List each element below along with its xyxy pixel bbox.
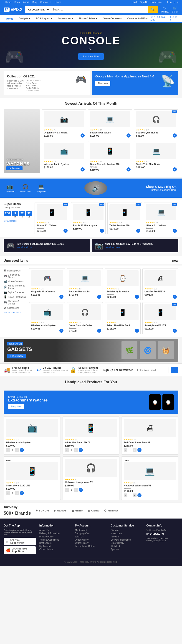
add-to-cart-btn[interactable]: 🛒	[20, 448, 24, 452]
see-all-products-link[interactable]: See All Products	[105, 246, 153, 248]
department-select[interactable]: All Department	[25, 6, 50, 13]
see-all-categories-link[interactable]: See All Products →	[4, 312, 26, 314]
add-to-cart-btn[interactable]: +	[173, 229, 177, 233]
add-to-cart-btn[interactable]: +	[136, 229, 140, 233]
add-to-cart-btn[interactable]: 🛒	[79, 488, 83, 492]
footer-link-wishlist[interactable]: Wish List	[75, 536, 107, 538]
qty-increase-btn[interactable]: +	[15, 448, 19, 452]
footer-link-account[interactable]: My Account	[39, 545, 71, 548]
sidebar-cat-digital[interactable]: 📷 Digital Cameras	[4, 290, 26, 295]
footer-link-delivery[interactable]: Delivery Information	[39, 532, 71, 535]
sidebar-cat-theater[interactable]: 🔊 Home Theater & Audio	[4, 284, 26, 290]
add-to-cart-btn[interactable]: +	[81, 168, 85, 172]
nav-item-pc[interactable]: PC & Laptop ▾	[33, 15, 55, 22]
qty-decrease-btn[interactable]: -	[65, 488, 69, 492]
currency-select[interactable]: $ USD ▾	[170, 16, 178, 22]
qty-increase-btn[interactable]: +	[15, 491, 19, 495]
add-to-cart-btn[interactable]: 🛒	[20, 491, 24, 495]
qty-increase-btn[interactable]: +	[133, 494, 137, 497]
newsletter-input[interactable]	[135, 367, 169, 373]
sidebar-cat-video[interactable]: 📹 Video Cameras	[4, 279, 26, 284]
hero-cta-button[interactable]: Purchase Now	[78, 53, 104, 60]
qty-decrease-btn[interactable]: -	[6, 448, 10, 452]
add-to-cart-btn[interactable]: +	[97, 295, 101, 299]
watch-explore-btn[interactable]: Explore Now	[6, 166, 22, 170]
add-to-cart-btn[interactable]: +	[173, 134, 177, 138]
nav-pages[interactable]: Pages	[55, 1, 61, 4]
footer-link-service-account2[interactable]: Account	[111, 536, 143, 538]
nav-home[interactable]: Home	[5, 1, 11, 4]
footer-link-service-delivery[interactable]: Delivery Information	[111, 538, 143, 541]
footer-link-service-order[interactable]: Order History	[111, 542, 143, 544]
add-to-cart-btn[interactable]: +	[135, 295, 139, 299]
cat-icon-headphone[interactable]: 🎧 Headphone	[20, 184, 31, 193]
footer-link-orders[interactable]: Order History	[75, 538, 107, 541]
app-store-btn[interactable]: 🍎 Download on the App Store	[4, 546, 36, 554]
sidebar-cat-consoles2[interactable]: 🎮 Consoles & Games	[4, 299, 26, 306]
qty-decrease-btn[interactable]: -	[6, 491, 10, 495]
add-to-cart-btn[interactable]: 🛒	[137, 448, 142, 452]
cat-icon-computers[interactable]: 💻 Computers	[36, 184, 46, 193]
promo-google-btn[interactable]: Shop Now	[95, 81, 110, 86]
qty-decrease-btn[interactable]: -	[65, 448, 69, 452]
cart-btn[interactable]: 🛒 0 Cart	[172, 6, 178, 13]
login-link[interactable]: Log In / Sign Up	[132, 1, 148, 4]
footer-link-sitemap[interactable]: Sitemap	[111, 529, 143, 532]
footer-link-specials[interactable]: Specials	[111, 548, 143, 551]
sidebar-cat-smart[interactable]: 📱 Smart Electronics	[4, 295, 26, 299]
footer-link-international[interactable]: International Orders	[75, 545, 107, 548]
logo[interactable]: EP EPIXX	[4, 7, 22, 12]
nav-item-accessories[interactable]: Accessories ▾	[55, 15, 76, 22]
add-to-cart-btn[interactable]: +	[173, 295, 177, 299]
see-all-products-link[interactable]: See All Products	[17, 246, 64, 248]
add-to-cart-btn[interactable]: +	[97, 328, 101, 333]
wishlist-btn[interactable]: ♡ Wishlist	[161, 6, 168, 13]
footer-link-terms[interactable]: Terms & Conditions	[39, 538, 71, 541]
footer-link-about[interactable]: About Us	[39, 529, 71, 532]
footer-link-cart[interactable]: Shopping Cart	[75, 532, 107, 535]
add-to-cart-btn[interactable]: +	[173, 328, 177, 333]
handpicked-shop-now-btn[interactable]: Shop Now	[8, 404, 24, 409]
search-button[interactable]: 🔍	[148, 6, 158, 13]
footer-link-privacy[interactable]: Privacy Policy	[39, 536, 71, 538]
add-to-cart-btn[interactable]: +	[59, 295, 63, 299]
track-order-link[interactable]: Track Order	[150, 1, 163, 4]
newsletter-submit-btn[interactable]: →	[171, 367, 178, 373]
footer-link-service-wishlist[interactable]: Wish List	[111, 545, 143, 548]
nav-blog[interactable]: Blog	[32, 1, 37, 4]
add-to-cart-btn[interactable]: +	[63, 229, 68, 233]
nav-shop[interactable]: Shop	[14, 1, 19, 4]
nav-item-game[interactable]: Game Console ▾	[100, 15, 124, 22]
qty-increase-btn[interactable]: +	[74, 488, 78, 492]
add-to-cart-btn[interactable]: 🛒	[79, 448, 83, 452]
sidebar-cat-desktop[interactable]: 🖥 Desktop PCs	[4, 268, 26, 273]
footer-link-myaccount[interactable]: My Account	[75, 529, 107, 532]
add-to-cart-btn[interactable]: +	[59, 328, 63, 333]
nav-contact[interactable]: Contact us	[40, 1, 51, 4]
nav-item-home[interactable]: Home	[4, 15, 16, 22]
add-to-cart-btn[interactable]: +	[173, 168, 177, 172]
qty-increase-btn[interactable]: +	[133, 448, 137, 452]
sidebar-cat-consoles[interactable]: 🎮 Consoles & Games	[4, 273, 26, 279]
qty-decrease-btn[interactable]: -	[124, 448, 127, 452]
qty-decrease-btn[interactable]: -	[124, 494, 127, 497]
add-to-cart-btn[interactable]: +	[100, 229, 104, 233]
footer-link-service-account[interactable]: My Account	[111, 532, 143, 535]
footer-link-order[interactable]: Order History	[39, 548, 71, 551]
cat-icon-television[interactable]: 📺 Television	[5, 184, 14, 193]
nav-item-phone[interactable]: Phone & Tablet ▾	[76, 15, 100, 22]
nav-item-gadgets[interactable]: Gadgets ▾	[16, 15, 33, 22]
gadgets-explore-btn[interactable]: Explore Now	[7, 354, 26, 358]
footer-link-orders2[interactable]: Order History	[75, 542, 107, 544]
nav-item-cameras[interactable]: Cameras & GPS ▾	[124, 15, 150, 22]
top-bar-nav[interactable]: Home Shop About Blog Contact us Pages	[4, 1, 62, 4]
add-to-cart-btn[interactable]: +	[135, 328, 139, 333]
sidebar-cat-accessories[interactable]: ⚙ Accessories	[4, 306, 26, 310]
add-to-cart-btn[interactable]: +	[81, 134, 85, 138]
search-input[interactable]	[50, 6, 148, 13]
nav-about[interactable]: About	[23, 1, 29, 4]
google-play-btn[interactable]: ▶ GET IT ON Google Play	[4, 538, 36, 546]
view-all-deals-link[interactable]: View All Deals	[4, 220, 31, 222]
footer-link-bestsellers[interactable]: Best Sellers	[39, 542, 71, 544]
qty-increase-btn[interactable]: +	[74, 448, 78, 452]
